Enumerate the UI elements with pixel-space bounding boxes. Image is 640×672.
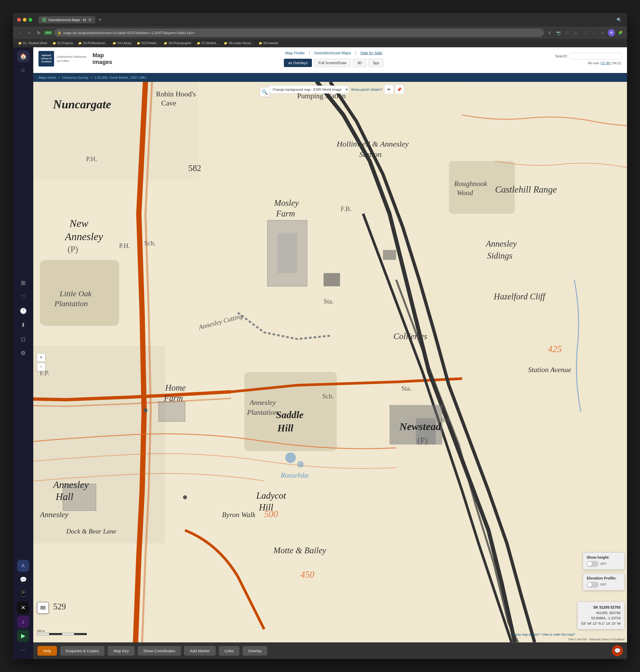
heart-button[interactable]: ♡ — [581, 29, 588, 36]
breadcrumb-series[interactable]: 1:25,000, Great Britain, 1937-1961 — [94, 76, 146, 79]
sidebar-item-cube[interactable]: ◻ — [17, 333, 29, 345]
tab-close-button[interactable]: × — [88, 18, 92, 21]
extensions-button[interactable]: 🧩 — [616, 29, 624, 36]
bookmark-s7[interactable]: 📁 S7.Models... — [195, 41, 221, 46]
search-input[interactable] — [570, 53, 622, 60]
shield-button[interactable]: 🛡 — [564, 29, 571, 36]
share-button[interactable]: ⬆ — [546, 29, 553, 36]
layers-icon[interactable] — [37, 602, 49, 614]
folder-icon: 📁 — [113, 42, 116, 45]
svg-text:Annesley: Annesley — [64, 231, 103, 242]
breadcrumb-home[interactable]: Maps home — [39, 76, 56, 79]
menu-button[interactable]: ≡ — [599, 29, 606, 36]
fullscreen-button[interactable] — [29, 18, 32, 21]
breadcrumb-survey[interactable]: Ordnance Survey — [62, 76, 88, 79]
minimize-button[interactable] — [23, 18, 27, 21]
nav-georeferenced[interactable]: Georeferenced Maps — [314, 51, 351, 55]
sidebar-item-apps[interactable]: ⊞ — [17, 277, 29, 289]
address-bar[interactable]: 🔒 maps.nls.uk/geo/explore/#zoom=15.0&lat… — [54, 29, 544, 37]
nav-side-by-side[interactable]: Side by Side — [360, 51, 382, 55]
sidebar-item-favorites[interactable]: ☆ — [17, 64, 29, 76]
sidebar-item-home[interactable]: 🏠 — [17, 50, 29, 62]
folder-icon: 📁 — [137, 42, 140, 45]
help-button[interactable]: Help — [38, 646, 57, 656]
bookmark-s3[interactable]: 📁 S3.Professional... — [76, 41, 110, 46]
elevation-track[interactable] — [587, 582, 599, 587]
forward-button[interactable]: › — [26, 29, 33, 36]
sidebar-icon-whatsapp[interactable]: 📱 — [17, 588, 29, 600]
play-button[interactable]: ▷ — [572, 29, 580, 36]
links-button[interactable]: Links — [219, 646, 239, 656]
nls-logo: NationalLibrary ofScotland Leabharlann N… — [39, 51, 86, 66]
nls-header: NationalLibrary ofScotland Leabharlann N… — [33, 47, 627, 73]
svg-text:P.H.: P.H. — [119, 242, 130, 249]
reload-button[interactable]: ↻ — [35, 29, 42, 36]
magnify-icon[interactable]: 🔍 — [260, 87, 270, 97]
sidebar-item-clock[interactable]: 🕐 — [17, 305, 29, 317]
show-height-toggle[interactable]: OFF — [587, 561, 621, 567]
sidebar-item-settings[interactable]: ⚙ — [17, 347, 29, 359]
3d-button[interactable]: 3D — [353, 59, 366, 67]
overlay-button[interactable]: Overlay — [243, 646, 267, 656]
show-height-track[interactable] — [587, 561, 599, 567]
fullscreen-draw-button[interactable]: Full Screen/Draw — [314, 59, 351, 67]
bookmark-s6[interactable]: 📁 S6.Photographic — [162, 41, 194, 46]
chat-button[interactable]: 💬 — [612, 645, 623, 656]
edit-icon-button[interactable]: ✏ — [384, 85, 394, 94]
svg-rect-26 — [159, 402, 185, 421]
enquiries-button[interactable]: Enquiries & Copies — [60, 646, 105, 656]
parish-details-link[interactable]: Show parish details? — [351, 88, 382, 91]
zoom-out-button[interactable]: − — [37, 363, 45, 371]
map-container[interactable]: Little Oak Plantation Annesley Plantatio… — [33, 82, 627, 642]
back-button[interactable]: ‹ — [16, 29, 24, 36]
titlebar: Georeferenced Maps - M × + 🔍 — [13, 13, 627, 27]
bookmark-label: S6.Photographic — [169, 41, 192, 45]
add-marker-button[interactable]: Add Marker — [184, 646, 216, 656]
camera-button[interactable]: 📷 — [555, 29, 562, 36]
sidebar-icon-more[interactable]: ··· — [17, 644, 29, 656]
show-height-thumb — [587, 562, 592, 566]
sidebar-icon-twitter[interactable]: ✕ — [17, 602, 29, 614]
nls-subtitle-1: Leabharlann Nàiseanta — [57, 55, 86, 58]
display-map-details-link[interactable]: Display map details? / View or order thi… — [511, 633, 575, 637]
bookmark-s8[interactable]: 📁 S8.Audio-Visual... — [222, 41, 255, 46]
map-key-button[interactable]: Map Key — [107, 646, 134, 656]
active-tab[interactable]: Georeferenced Maps - M × — [39, 16, 96, 24]
sidebar-icon-arc[interactable]: A — [17, 560, 29, 572]
profile-avatar[interactable]: N — [608, 29, 615, 36]
tab-favicon — [42, 18, 46, 22]
bookmark-s1[interactable]: 📁 S1. Student Work — [16, 41, 49, 46]
spy-button[interactable]: Spy — [368, 59, 383, 67]
sidebar-icon-music[interactable]: ♪ — [17, 616, 29, 628]
bookmark-s4[interactable]: 📁 S4.Library — [111, 41, 134, 46]
sidebar-item-heart[interactable]: ♡ — [17, 291, 29, 303]
sidebar-icon-prompt[interactable]: ▶ — [17, 630, 29, 642]
breadcrumb-bar: Maps home > Ordnance Survey > 1:25,000, … — [33, 73, 627, 82]
cc-by-link[interactable]: CC-BY — [601, 61, 611, 65]
show-coordinates-button[interactable]: Show Coordinates — [138, 646, 181, 656]
bookmark-label: S5.Printed... — [142, 41, 159, 45]
bookmarks-bar: 📁 S1. Student Work 📁 S2.Projects 📁 S3.Pr… — [13, 39, 627, 47]
reuse-info: Re-use: CC-BY (NLS). — [588, 61, 622, 65]
background-map-selector[interactable]: Change background map - ESRI World Image — [268, 86, 349, 93]
zoom-in-button[interactable]: + — [37, 354, 45, 362]
nav-map-finder[interactable]: Map Finder — [285, 51, 305, 55]
scale-graphic — [37, 633, 87, 635]
svg-text:425: 425 — [548, 344, 562, 354]
overlays-button[interactable]: as Overlays — [284, 59, 312, 67]
download-button[interactable]: ↓ — [590, 29, 597, 36]
magnify-control[interactable]: 🔍 — [260, 87, 270, 97]
folder-icon: 📁 — [18, 42, 22, 45]
elevation-profile-toggle[interactable]: OFF — [587, 582, 621, 587]
bookmark-s2[interactable]: 📁 S2.Projects — [50, 41, 75, 46]
pin-icon-button[interactable]: 📌 — [395, 85, 404, 94]
sidebar-icon-messenger[interactable]: 💬 — [17, 574, 29, 586]
bookmark-s9[interactable]: 📁 S9.Awards — [257, 41, 280, 46]
bookmark-s5[interactable]: 📁 S5.Printed... — [135, 41, 161, 46]
layers-control[interactable] — [37, 602, 49, 614]
close-button[interactable] — [17, 18, 21, 21]
sidebar-item-download[interactable]: ⬇ — [17, 319, 29, 331]
show-height-state: OFF — [600, 562, 607, 566]
new-tab-button[interactable]: + — [97, 16, 104, 24]
titlebar-search-icon[interactable]: 🔍 — [615, 16, 623, 24]
